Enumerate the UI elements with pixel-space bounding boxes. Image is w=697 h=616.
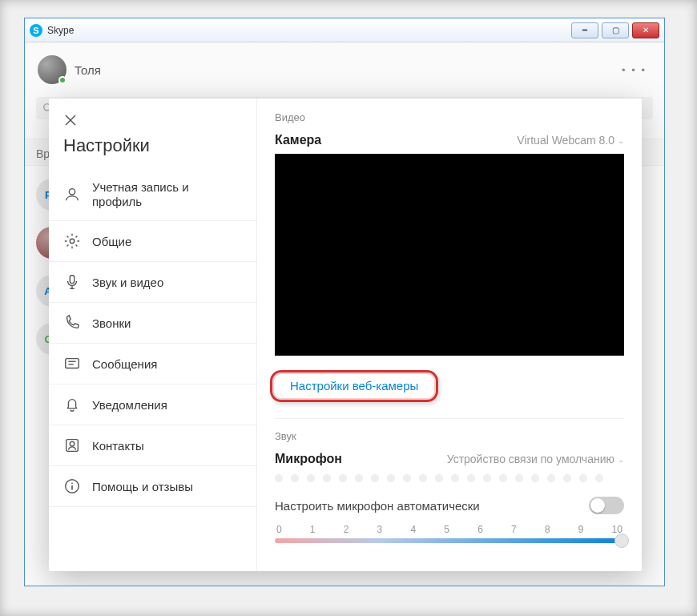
sidebar-item-help[interactable]: Помощь и отзывы [49,466,256,507]
settings-content: Видео Камера Virtual Webcam 8.0 ⌄ Настро… [257,99,642,571]
info-icon [63,477,81,495]
toggle-knob [590,498,605,513]
titlebar: S Skype ━ ▢ ✕ [25,18,664,42]
avatar[interactable] [38,55,66,84]
sidebar-item-label: Общие [92,235,131,248]
sidebar-item-messages[interactable]: Сообщения [49,344,256,384]
settings-modal: Настройки Учетная запись ипрофиль Общие [49,99,642,571]
profile-more-button[interactable]: • • • [622,64,647,76]
sidebar-item-label: Звук и видео [92,276,163,289]
webcam-settings-link[interactable]: Настройки веб-камеры [290,379,418,393]
sidebar-item-label: Звонки [92,316,131,330]
sidebar-item-label: Помощь и отзывы [92,480,193,493]
svg-rect-6 [70,276,75,284]
profile-row[interactable]: Толя • • • [36,50,653,89]
mic-level-meter [275,474,624,482]
camera-dropdown[interactable]: Virtual Webcam 8.0 ⌄ [517,134,624,147]
gear-icon [63,232,81,250]
auto-mic-label: Настроить микрофон автоматически [275,499,480,513]
skype-logo-icon: S [30,24,42,37]
sidebar-item-label: Контакты [92,439,144,453]
window: S Skype ━ ▢ ✕ Толя • • • П Чат [24,18,665,586]
message-icon [63,355,81,372]
sidebar-item-calls[interactable]: Звонки [49,303,256,344]
microphone-value: Устройство связи по умолчанию [447,453,614,465]
sidebar-item-audio-video[interactable]: Звук и видео [49,262,256,303]
close-settings-button[interactable] [49,110,256,135]
bell-icon [63,396,81,413]
close-icon [63,113,78,127]
chevron-down-icon: ⌄ [618,455,624,464]
divider [275,418,624,419]
highlight-annotation: Настройки веб-камеры [270,370,438,402]
minimize-button[interactable]: ━ [571,22,598,38]
phone-icon [63,314,81,332]
mic-volume-slider[interactable] [275,538,624,543]
account-icon [63,186,81,203]
audio-section-label: Звук [275,430,624,442]
slider-ticks: 012345678910 [275,524,624,538]
microphone-icon [63,273,81,291]
sidebar-item-general[interactable]: Общие [49,221,256,262]
settings-title: Настройки [49,135,256,169]
microphone-dropdown[interactable]: Устройство связи по умолчанию ⌄ [447,453,624,465]
window-title: Skype [47,25,74,36]
video-preview [275,154,624,356]
sidebar-item-label: Уведомления [92,398,167,412]
sidebar-item-notifications[interactable]: Уведомления [49,384,256,425]
camera-label: Камера [275,133,321,147]
svg-point-11 [70,441,75,446]
svg-point-5 [70,239,75,244]
settings-sidebar: Настройки Учетная запись ипрофиль Общие [49,99,257,571]
sidebar-item-account[interactable]: Учетная запись ипрофиль [49,169,256,221]
slider-thumb[interactable] [614,533,629,548]
profile-name: Толя [75,63,101,77]
auto-mic-toggle[interactable] [589,497,624,514]
microphone-label: Микрофон [275,452,342,466]
contacts-icon [63,437,81,454]
svg-rect-7 [66,359,79,368]
camera-value: Virtual Webcam 8.0 [517,134,614,147]
video-section-label: Видео [275,111,624,123]
sidebar-item-contacts[interactable]: Контакты [49,425,256,466]
svg-point-4 [69,189,75,195]
svg-point-14 [71,482,73,484]
close-button[interactable]: ✕ [632,22,659,38]
sidebar-item-label: Учетная запись ипрофиль [92,180,189,209]
maximize-button[interactable]: ▢ [602,22,629,38]
sidebar-item-label: Сообщения [92,357,157,371]
chevron-down-icon: ⌄ [618,136,624,145]
presence-dot-icon [58,76,66,84]
